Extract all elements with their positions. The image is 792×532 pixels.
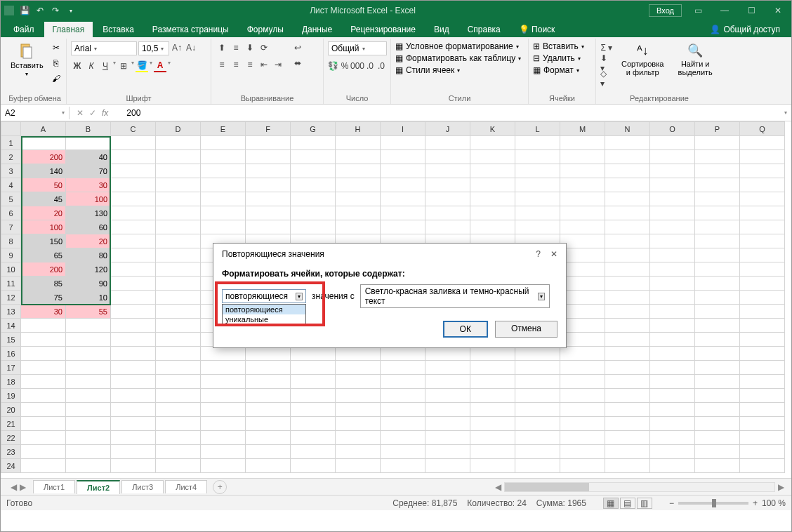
cell[interactable] bbox=[336, 389, 381, 403]
cell[interactable] bbox=[246, 375, 291, 389]
cell-styles-button[interactable]: ▦Стили ячеек ▾ bbox=[395, 65, 521, 75]
sort-filter-button[interactable]: ᴬ↓ Сортировка и фильтр bbox=[616, 41, 669, 78]
cell[interactable] bbox=[560, 262, 605, 277]
cell[interactable] bbox=[605, 248, 650, 262]
row-header[interactable]: 11 bbox=[1, 277, 21, 291]
cell[interactable]: 75 bbox=[21, 291, 66, 305]
cell[interactable] bbox=[470, 375, 515, 389]
cell[interactable] bbox=[111, 431, 156, 445]
cell[interactable] bbox=[111, 206, 156, 220]
cell[interactable] bbox=[381, 192, 425, 206]
cell[interactable] bbox=[560, 417, 605, 431]
cell[interactable]: 70 bbox=[66, 164, 111, 178]
cell[interactable] bbox=[336, 375, 381, 389]
cell[interactable] bbox=[111, 220, 156, 234]
format-cells-button[interactable]: ▦Формат ▾ bbox=[533, 65, 584, 75]
cell[interactable] bbox=[66, 136, 111, 150]
cell[interactable] bbox=[695, 459, 740, 473]
cell[interactable] bbox=[695, 164, 740, 178]
align-center-icon[interactable]: ≡ bbox=[230, 58, 242, 71]
cell[interactable] bbox=[111, 319, 156, 333]
tab-file[interactable]: Файл bbox=[5, 22, 43, 37]
cell[interactable] bbox=[111, 291, 156, 305]
cell[interactable] bbox=[605, 277, 650, 291]
cell[interactable]: 100 bbox=[21, 220, 66, 234]
dropdown-option[interactable]: повторяющиеся bbox=[223, 305, 305, 314]
column-header[interactable]: D bbox=[156, 122, 201, 136]
format-style-combo[interactable]: Светло-красная заливка и темно-красный т… bbox=[360, 284, 550, 308]
cell[interactable] bbox=[246, 164, 291, 178]
cell[interactable] bbox=[156, 445, 201, 459]
cell[interactable] bbox=[605, 234, 650, 248]
cell[interactable] bbox=[201, 220, 246, 234]
cell[interactable] bbox=[695, 347, 740, 361]
cell[interactable] bbox=[560, 333, 605, 347]
cell[interactable] bbox=[650, 291, 695, 305]
row-header[interactable]: 22 bbox=[1, 431, 21, 445]
cell[interactable] bbox=[740, 164, 785, 178]
cell[interactable] bbox=[156, 277, 201, 291]
cell[interactable] bbox=[201, 347, 246, 361]
cell[interactable] bbox=[560, 248, 605, 262]
italic-button[interactable]: К bbox=[85, 60, 98, 72]
cell[interactable] bbox=[291, 445, 336, 459]
cell[interactable] bbox=[381, 136, 425, 150]
cell[interactable] bbox=[66, 333, 111, 347]
column-header[interactable]: L bbox=[515, 122, 560, 136]
cell[interactable] bbox=[201, 150, 246, 164]
cell[interactable] bbox=[605, 262, 650, 277]
format-as-table-button[interactable]: ▦Форматировать как таблицу ▾ bbox=[395, 53, 521, 63]
cell[interactable] bbox=[740, 234, 785, 248]
column-header[interactable]: N bbox=[605, 122, 650, 136]
cell[interactable] bbox=[605, 347, 650, 361]
cell[interactable] bbox=[156, 164, 201, 178]
cell[interactable] bbox=[291, 459, 336, 473]
tab-home[interactable]: Главная bbox=[44, 22, 93, 37]
cell[interactable] bbox=[695, 417, 740, 431]
qat-customize-icon[interactable]: ▾ bbox=[65, 5, 77, 16]
cell[interactable] bbox=[650, 403, 695, 417]
cell[interactable] bbox=[470, 445, 515, 459]
cell[interactable] bbox=[695, 445, 740, 459]
dialog-help-icon[interactable]: ? bbox=[536, 249, 541, 259]
cell[interactable] bbox=[605, 220, 650, 234]
cell[interactable]: 200 bbox=[21, 262, 66, 277]
cell[interactable] bbox=[381, 347, 425, 361]
cell[interactable] bbox=[560, 164, 605, 178]
merge-icon[interactable]: ⬌ bbox=[291, 57, 304, 69]
cell[interactable]: 20 bbox=[21, 206, 66, 220]
scroll-thumb[interactable] bbox=[505, 483, 589, 491]
cell[interactable] bbox=[381, 206, 425, 220]
cell[interactable] bbox=[560, 389, 605, 403]
cell[interactable] bbox=[425, 459, 470, 473]
cell[interactable] bbox=[650, 178, 695, 192]
tab-formulas[interactable]: Формулы bbox=[239, 22, 292, 37]
cell[interactable] bbox=[605, 445, 650, 459]
sheet-tab[interactable]: Лист4 bbox=[165, 480, 207, 493]
column-header[interactable]: G bbox=[291, 122, 336, 136]
cell[interactable] bbox=[560, 319, 605, 333]
cell[interactable] bbox=[515, 206, 560, 220]
cell[interactable] bbox=[336, 431, 381, 445]
cell[interactable] bbox=[515, 178, 560, 192]
cell[interactable] bbox=[21, 417, 66, 431]
fill-icon[interactable]: ⬇ ▾ bbox=[600, 57, 613, 69]
row-header[interactable]: 21 bbox=[1, 417, 21, 431]
column-header[interactable]: H bbox=[336, 122, 381, 136]
cell[interactable] bbox=[650, 333, 695, 347]
cell[interactable] bbox=[291, 150, 336, 164]
cell[interactable] bbox=[66, 459, 111, 473]
cell[interactable] bbox=[740, 248, 785, 262]
cell[interactable] bbox=[201, 178, 246, 192]
cell[interactable] bbox=[381, 445, 425, 459]
cell[interactable] bbox=[740, 192, 785, 206]
name-box[interactable]: A2▾ bbox=[1, 107, 70, 119]
cell[interactable] bbox=[291, 164, 336, 178]
cell[interactable] bbox=[560, 305, 605, 319]
cell[interactable] bbox=[111, 178, 156, 192]
cell[interactable] bbox=[156, 319, 201, 333]
cell[interactable] bbox=[650, 389, 695, 403]
cell[interactable] bbox=[111, 361, 156, 375]
cell[interactable] bbox=[201, 445, 246, 459]
cell[interactable] bbox=[425, 220, 470, 234]
